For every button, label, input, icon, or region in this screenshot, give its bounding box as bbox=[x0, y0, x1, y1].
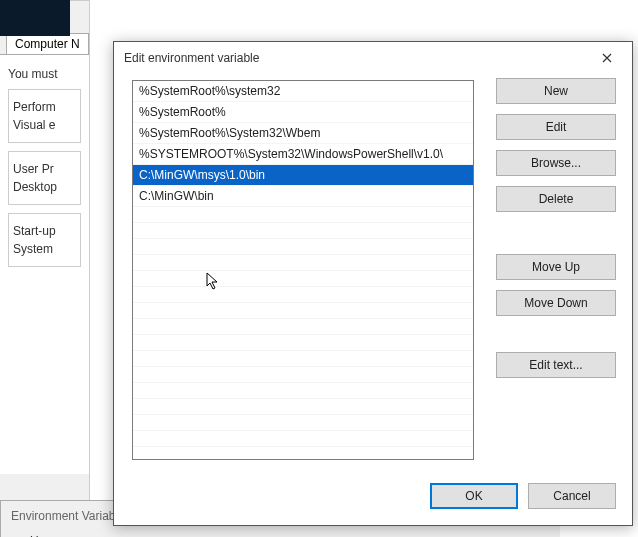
tab-computer-name[interactable]: Computer N bbox=[6, 33, 89, 54]
visual-effects-label: Visual e bbox=[13, 118, 76, 132]
path-item[interactable]: %SYSTEMROOT%\System32\WindowsPowerShell\… bbox=[133, 144, 473, 165]
browse-button[interactable]: Browse... bbox=[496, 150, 616, 176]
dialog-title: Edit environment variable bbox=[124, 51, 259, 65]
background-dark-strip bbox=[0, 0, 70, 36]
performance-label: Perform bbox=[13, 100, 76, 114]
empty-row bbox=[133, 287, 473, 303]
empty-row bbox=[133, 223, 473, 239]
edit-button[interactable]: Edit bbox=[496, 114, 616, 140]
edit-environment-variable-dialog: Edit environment variable %SystemRoot%\s… bbox=[113, 41, 633, 526]
empty-row bbox=[133, 319, 473, 335]
path-item[interactable]: %SystemRoot%\System32\Wbem bbox=[133, 123, 473, 144]
path-item[interactable]: %SystemRoot% bbox=[133, 102, 473, 123]
empty-row bbox=[133, 271, 473, 287]
empty-row bbox=[133, 399, 473, 415]
group-user-profiles: User Pr Desktop bbox=[8, 151, 81, 205]
empty-row bbox=[133, 303, 473, 319]
system-properties-body: You must Perform Visual e User Pr Deskto… bbox=[0, 54, 89, 474]
empty-row bbox=[133, 431, 473, 447]
system-properties-dialog: System Pr Computer N You must Perform Vi… bbox=[0, 0, 90, 500]
empty-row bbox=[133, 207, 473, 223]
path-item[interactable]: C:\MinGW\msys\1.0\bin bbox=[133, 165, 473, 186]
empty-row bbox=[133, 383, 473, 399]
new-button[interactable]: New bbox=[496, 78, 616, 104]
move-up-button[interactable]: Move Up bbox=[496, 254, 616, 280]
ok-button[interactable]: OK bbox=[430, 483, 518, 509]
empty-row bbox=[133, 335, 473, 351]
group-performance: Perform Visual e bbox=[8, 89, 81, 143]
path-item[interactable]: %SystemRoot%\system32 bbox=[133, 81, 473, 102]
path-listbox[interactable]: %SystemRoot%\system32%SystemRoot%%System… bbox=[132, 80, 474, 460]
desktop-label: Desktop bbox=[13, 180, 76, 194]
empty-row bbox=[133, 367, 473, 383]
empty-row bbox=[133, 239, 473, 255]
edit-text-button[interactable]: Edit text... bbox=[496, 352, 616, 378]
delete-button[interactable]: Delete bbox=[496, 186, 616, 212]
empty-row bbox=[133, 415, 473, 431]
startup-label: Start-up bbox=[13, 224, 76, 238]
empty-row bbox=[133, 351, 473, 367]
empty-row bbox=[133, 255, 473, 271]
system-label: System bbox=[13, 242, 76, 256]
path-item[interactable]: C:\MinGW\bin bbox=[133, 186, 473, 207]
intro-text: You must bbox=[8, 67, 81, 81]
group-startup: Start-up System bbox=[8, 213, 81, 267]
move-down-button[interactable]: Move Down bbox=[496, 290, 616, 316]
cancel-button[interactable]: Cancel bbox=[528, 483, 616, 509]
close-icon[interactable] bbox=[592, 50, 622, 66]
dialog-titlebar: Edit environment variable bbox=[114, 42, 632, 74]
user-profiles-label: User Pr bbox=[13, 162, 76, 176]
